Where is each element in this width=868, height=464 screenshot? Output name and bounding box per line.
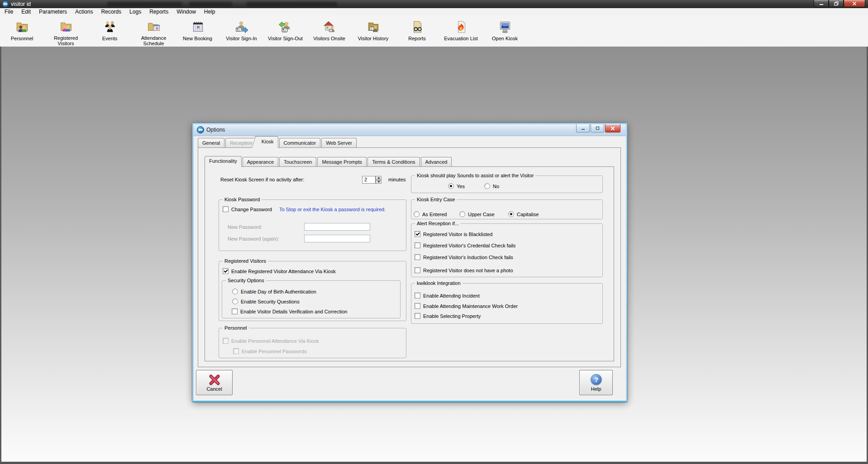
- attending-incident-row: Enable Attending Incident: [415, 293, 480, 298]
- close-icon: [852, 1, 857, 6]
- screen: visitor id File Edit Parameters Actions …: [0, 0, 868, 464]
- tab-kiosk[interactable]: Kiosk: [254, 136, 278, 148]
- attending-incident-checkbox[interactable]: [415, 293, 420, 298]
- spinner-down-button[interactable]: [376, 180, 382, 184]
- menu-actions[interactable]: Actions: [71, 8, 97, 15]
- toolbar-new-booking[interactable]: New Booking: [176, 15, 219, 47]
- enable-personnel-attendance-row: Enable Personnel Attendance Via Kiosk: [223, 338, 319, 344]
- alert-credential-checkbox[interactable]: [415, 242, 420, 248]
- tab-appearance[interactable]: Appearance: [243, 157, 278, 166]
- down-arrow-icon: [377, 181, 380, 183]
- enable-rv-attendance-checkbox[interactable]: [223, 268, 229, 274]
- maintenance-work-order-row: Enable Attending Maintenance Work Order: [415, 303, 518, 309]
- menu-logs[interactable]: Logs: [125, 8, 145, 15]
- new-password-again-input[interactable]: [304, 235, 370, 242]
- options-dialog-icon: [197, 126, 204, 133]
- capitalise-row: Capitalise: [508, 211, 539, 217]
- events-icon: [102, 19, 118, 35]
- toolbar-visitor-sign-in[interactable]: Visitor Sign-In: [219, 15, 263, 47]
- help-button[interactable]: ? Help: [579, 370, 613, 395]
- new-password-input[interactable]: [304, 223, 370, 231]
- dialog-title: Options: [206, 124, 225, 136]
- tab-web-server[interactable]: Web Server: [321, 138, 357, 147]
- capitalise-radio[interactable]: [508, 211, 514, 217]
- minutes-label: minutes: [388, 177, 406, 182]
- security-questions-radio[interactable]: [232, 298, 238, 304]
- alert-no-photo-label: Registered Visitor does not have a photo: [423, 268, 513, 273]
- toolbar: Personnel Registered Visitors: [0, 15, 868, 47]
- toolbar-events[interactable]: Events: [88, 15, 132, 47]
- reset-unit-row: minutes: [388, 177, 406, 182]
- sounds-group: Kiosk should play Sounds to assist or al…: [411, 175, 603, 193]
- tab-functionality[interactable]: Functionality: [205, 156, 242, 167]
- reset-minutes-spinner: [376, 176, 382, 184]
- reset-minutes-value[interactable]: 2: [362, 176, 376, 184]
- tab-terms-conditions[interactable]: Terms & Conditions: [367, 157, 420, 166]
- tab-general[interactable]: General: [198, 138, 224, 147]
- enable-personnel-passwords-row: Enable Personnel Passwords: [233, 348, 307, 354]
- menu-file[interactable]: File: [0, 8, 17, 15]
- cancel-button[interactable]: Cancel: [196, 370, 233, 395]
- open-kiosk-icon: [497, 19, 513, 35]
- new-booking-icon: [190, 19, 205, 35]
- window-restore-button[interactable]: [829, 0, 844, 7]
- alert-credential-label: Registered Visitor's Credential Check fa…: [423, 243, 515, 248]
- restore-icon: [834, 1, 839, 6]
- as-entered-radio[interactable]: [414, 211, 420, 217]
- enable-personnel-passwords-checkbox[interactable]: [233, 348, 239, 354]
- details-verification-row: Enable Visitor Details Verification and …: [232, 308, 347, 314]
- menu-edit[interactable]: Edit: [17, 8, 35, 15]
- toolbar-attendance-schedule[interactable]: Attendance Schedule: [132, 15, 176, 47]
- tab-advanced[interactable]: Advanced: [421, 157, 452, 166]
- alert-induction-checkbox[interactable]: [415, 254, 420, 260]
- tab-message-prompts[interactable]: Message Prompts: [317, 157, 367, 166]
- up-arrow-icon: [377, 177, 380, 179]
- toolbar-evacuation-list[interactable]: Evacuation List: [439, 15, 483, 47]
- details-verification-checkbox[interactable]: [232, 308, 238, 314]
- toolbar-reports[interactable]: Reports: [395, 15, 439, 47]
- capitalise-label: Capitalise: [517, 212, 539, 217]
- toolbar-personnel[interactable]: Personnel: [0, 15, 44, 47]
- redacted-title-text: [189, 2, 232, 6]
- details-verification-label: Enable Visitor Details Verification and …: [240, 309, 347, 314]
- menu-reports[interactable]: Reports: [145, 8, 172, 15]
- alert-no-photo-checkbox[interactable]: [415, 267, 420, 273]
- tab-communicator[interactable]: Communicator: [279, 138, 321, 147]
- selecting-property-label: Enable Selecting Property: [423, 313, 481, 319]
- reset-kiosk-row: Reset Kiosk Screen if no activity after:: [220, 177, 304, 182]
- toolbar-open-kiosk[interactable]: Open Kiosk: [483, 15, 527, 47]
- menu-parameters[interactable]: Parameters: [35, 8, 71, 15]
- menu-help[interactable]: Help: [200, 8, 219, 15]
- maintenance-work-order-checkbox[interactable]: [415, 303, 420, 309]
- sounds-yes-radio[interactable]: [448, 183, 454, 189]
- kwiklook-group-title: kwiklook Integration: [415, 280, 463, 286]
- menu-window[interactable]: Window: [172, 8, 200, 15]
- sounds-yes-row: Yes: [448, 183, 465, 189]
- menu-records[interactable]: Records: [97, 8, 125, 15]
- sounds-no-radio[interactable]: [484, 183, 490, 189]
- toolbar-visitor-history[interactable]: Visitor History: [351, 15, 395, 47]
- window-minimize-button[interactable]: [814, 0, 829, 7]
- toolbar-visitors-onsite[interactable]: Visitors Onsite: [307, 15, 351, 47]
- dialog-maximize-button[interactable]: [591, 124, 604, 133]
- toolbar-registered-visitors[interactable]: Registered Visitors: [44, 15, 88, 47]
- dialog-close-button[interactable]: [605, 124, 620, 133]
- selecting-property-checkbox[interactable]: [415, 313, 420, 319]
- enable-personnel-attendance-checkbox[interactable]: [223, 338, 229, 344]
- alert-blacklisted-row: Registered Visitor is Blacklisted: [415, 231, 492, 237]
- attendance-schedule-icon: [146, 19, 162, 34]
- enable-rv-attendance-row: Enable Registered Visitor Attendance Via…: [223, 268, 336, 274]
- dialog-minimize-button[interactable]: [576, 124, 590, 133]
- redacted-title-text: [107, 2, 182, 6]
- new-password-again-label: New Password (again):: [228, 236, 279, 241]
- sounds-yes-label: Yes: [457, 184, 465, 189]
- toolbar-visitor-sign-out[interactable]: Visitor Sign-Out: [263, 15, 307, 47]
- change-password-checkbox[interactable]: [223, 206, 229, 212]
- tab-touchscreen[interactable]: Touchscreen: [279, 157, 316, 166]
- alert-blacklisted-checkbox[interactable]: [415, 231, 420, 237]
- spinner-up-button[interactable]: [376, 176, 382, 180]
- upper-case-radio[interactable]: [459, 211, 465, 217]
- alert-induction-label: Registered Visitor's Induction Check fai…: [423, 255, 513, 260]
- day-of-birth-radio[interactable]: [232, 289, 238, 294]
- window-close-button[interactable]: [844, 0, 865, 7]
